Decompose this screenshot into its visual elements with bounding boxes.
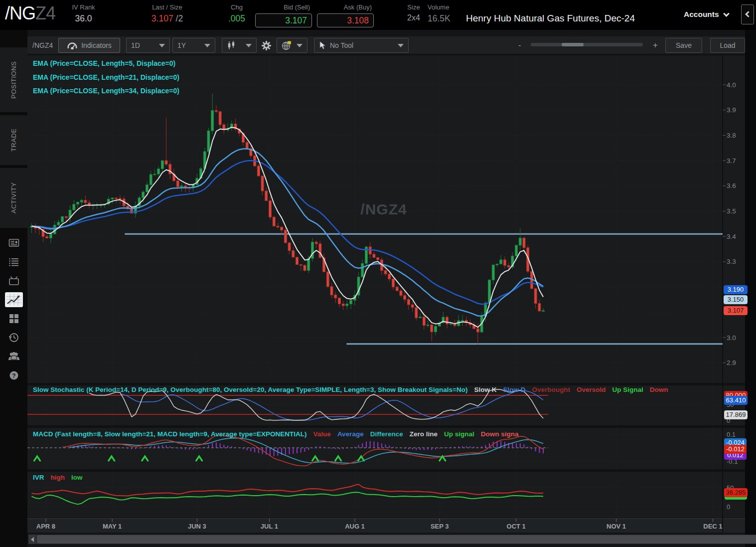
legend-item: Slow Stochastic (K Period=14, D Period=9… [33,386,467,393]
size-value: 2x4 [399,13,429,22]
watchlist-icon[interactable] [5,256,23,268]
svg-text:3.9: 3.9 [727,106,736,114]
load-button[interactable]: Load [710,38,745,53]
volume-label: Volume [428,3,467,11]
chart-toolbar: /NGZ4 Indicators 1D 1Y [27,36,745,54]
chevron-left-icon [745,11,752,17]
range-dropdown[interactable]: 1Y [172,38,215,53]
bid-label: Bid (Sell) [255,3,312,11]
last-size-stat: Last / Size 3.107 /2 [134,3,201,24]
iv-rank-label: IV Rank [60,3,107,11]
trading-app: /NGZ4 IV Rank 36.0 Last / Size 3.107 /2 … [0,0,756,547]
iv-rank-value: 36.0 [60,13,107,24]
accounts-menu[interactable]: Accounts [684,10,729,19]
horizontal-scrollbar[interactable] [28,535,756,544]
svg-text:3.8: 3.8 [727,132,736,139]
last-size-value: 3.107 /2 [134,13,201,24]
last-size-label: Last / Size [134,3,201,11]
volume-value: 16.5K [428,13,467,24]
bid-button[interactable]: 3.107 [255,13,312,27]
scroll-left-button[interactable] [28,535,36,544]
layout-dropdown[interactable] [277,38,307,53]
svg-text:4.0: 4.0 [727,81,736,89]
svg-text:3.3: 3.3 [727,258,736,265]
svg-text:JUL 1: JUL 1 [261,523,278,530]
chg-stat: Chg .005 [219,3,254,24]
bid-stat: Bid (Sell) 3.107 [255,3,312,27]
tab-trade[interactable]: TRADE [0,115,27,165]
svg-text:3.4: 3.4 [727,233,736,240]
size-label: Size [399,3,429,11]
svg-text:DEC 1: DEC 1 [703,523,722,530]
ask-button[interactable]: 3.108 [317,13,374,27]
quote-header: /NGZ4 IV Rank 36.0 Last / Size 3.107 /2 … [0,0,756,30]
layout-globe-icon [282,40,292,50]
legend-item: MACD (Fast length=8, Slow length=21, MAC… [33,430,307,438]
scrollbar-track[interactable] [36,535,756,544]
help-icon[interactable]: ? [5,369,23,381]
symbol-title: /NGZ4 [5,3,55,24]
svg-text:JUN 3: JUN 3 [188,523,206,530]
legend-item: Overbought [532,386,570,393]
chevron-down-icon [398,44,404,47]
size-stat: Size 2x4 [399,3,429,22]
svg-text:APR 8: APR 8 [36,523,55,530]
chart-settings-button[interactable] [259,38,273,53]
gear-icon [261,40,272,51]
svg-text:3.5: 3.5 [727,207,736,215]
svg-text:0.1: 0.1 [727,431,736,438]
price-chart-canvas[interactable]: /NGZ44.03.93.83.73.63.53.43.33.02.95000.… [27,56,756,533]
svg-text:?: ? [12,372,15,379]
triangle-left-icon [31,537,34,542]
zoom-slider[interactable] [531,43,643,46]
tab-positions[interactable]: POSITIONS [0,47,27,112]
legend-item: Slow K [474,386,496,393]
chevron-down-icon [204,44,210,47]
drawing-tool-dropdown[interactable]: No Tool [314,38,409,53]
chevron-down-icon [246,44,252,47]
social-icon[interactable] [5,351,23,363]
chevron-down-icon [297,44,302,47]
svg-text:3.0: 3.0 [727,334,736,342]
legend-item: high [51,474,65,481]
indicators-button[interactable]: Indicators [58,38,120,53]
chart-type-dropdown[interactable] [222,38,257,53]
svg-text:MAY 1: MAY 1 [103,523,122,530]
legend-item: Average [337,430,364,438]
ivr-legend: IVRhighlow [33,474,89,481]
chart-widget: /NGZ4 Indicators 1D 1Y [27,30,756,547]
ema34-label: EMA (Price=CLOSE, Length=34, Displace=0) [33,84,179,98]
stochastic-axis-badge: 63.410 [724,396,748,405]
chart-icon-active[interactable] [5,294,23,306]
scrollbar-thumb[interactable] [37,535,756,544]
apps-grid-icon[interactable] [5,313,23,325]
zoom-slider-thumb[interactable] [562,43,584,46]
ivr-axis-badge: 36.285 [724,488,748,497]
legend-item: IVR [33,474,44,481]
legend-item: Up signal [444,430,474,438]
svg-text:2.9: 2.9 [727,359,736,366]
contract-description: Henry Hub Natural Gas Futures, Dec-24 [466,13,635,24]
ask-stat: Ask (Buy) 3.108 [317,3,374,27]
price-axis-badge: 3.190 [724,285,748,294]
symbol-root: /NG [5,3,35,23]
macd-axis-badge: -0.012 [724,445,747,454]
news-icon[interactable] [5,237,23,249]
zoom-out-button[interactable]: - [518,38,521,53]
timeframe-dropdown[interactable]: 1D [126,38,170,53]
tab-activity[interactable]: ACTIVITY [0,168,27,228]
ema21-label: EMA (Price=CLOSE, Length=21, Displace=0) [33,71,179,85]
zoom-in-button[interactable]: + [653,38,658,53]
macd-legend: MACD (Fast length=8, Slow length=21, MAC… [33,430,525,438]
tv-icon[interactable] [5,275,23,287]
cursor-tool-icon [319,41,326,50]
chg-value: .005 [219,13,254,24]
legend-item: Down signa [481,430,519,438]
history-icon[interactable] [5,332,23,344]
chevron-down-icon [723,10,730,17]
svg-text:0: 0 [727,503,730,511]
legend-item: Up Signal [612,386,643,393]
iv-rank-stat: IV Rank 36.0 [60,3,107,24]
save-button[interactable]: Save [665,38,702,53]
collapse-panel-button[interactable] [741,4,754,24]
